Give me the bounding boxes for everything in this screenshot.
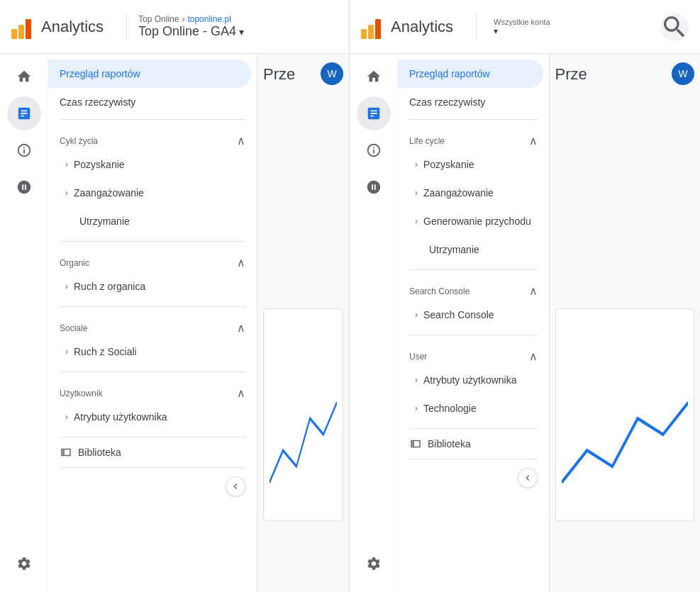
reports-nav-item-right[interactable] (357, 96, 391, 130)
generowanie-label-right: Generowanie przychodu (423, 216, 531, 227)
realtime-label-left: Czas rzeczywisty (60, 96, 135, 108)
explore-nav-item-left[interactable] (7, 133, 41, 167)
nav-ruch-sociali-left[interactable]: › Ruch z Sociali (60, 337, 257, 366)
breadcrumb-link[interactable]: toponline.pl (187, 14, 230, 24)
pozyskanie-label-right: Pozyskanie (423, 159, 474, 170)
section-cykl-header-left[interactable]: Cykl życia ∧ (60, 128, 257, 150)
zaangazowanie-label-right: Zaangażowanie (423, 187, 494, 199)
atrybuty-label-right: Atrybuty użytkownika (423, 374, 517, 386)
left-panel: Przegląd raportów Czas rzeczywisty Cykl … (0, 54, 350, 592)
section-searchconsole-header-right[interactable]: Search Console ∧ (409, 279, 549, 301)
section-searchconsole-chevron-right: ∧ (529, 284, 538, 298)
library-nav-right[interactable]: Biblioteka (398, 432, 549, 456)
section-user-title-right: User (409, 352, 427, 362)
accounts-selector[interactable]: Wszystkie konta ▾ (494, 18, 550, 36)
section-organic-title-left: Organic (60, 258, 89, 268)
nav-pozyskanie-left[interactable]: › Pozyskanie (60, 150, 257, 179)
breadcrumb-top-left: Top Online › toponline.pl (138, 14, 244, 24)
nav-ruch-organica-left[interactable]: › Ruch z organica (60, 272, 257, 301)
collapse-btn-left[interactable] (226, 476, 245, 496)
content-title-right: Prze (555, 65, 587, 83)
section-uzytkownik-header-left[interactable]: Użytkownik ∧ (60, 381, 257, 403)
collapse-btn-right[interactable] (518, 468, 538, 488)
expand-ruch-sociali-left: › (65, 347, 68, 357)
advertising-icon-right (366, 179, 382, 195)
section-lifecycle-title-right: Life cycle (409, 136, 445, 146)
logo-icon-left (11, 15, 35, 39)
analytics-logo-left[interactable]: Analytics (11, 15, 104, 39)
header-divider-left (126, 14, 127, 40)
nav-divider-1-right (409, 119, 538, 120)
advertising-nav-item-right[interactable] (357, 170, 391, 204)
library-label-left: Biblioteka (78, 447, 121, 458)
nav-utrzymanie-left[interactable]: Utrzymanie (60, 207, 257, 235)
settings-nav-item-right[interactable] (357, 547, 391, 581)
library-label-right: Biblioteka (428, 438, 471, 449)
home-icon-right (366, 69, 382, 84)
zaangazowanie-label-left: Zaangażowanie (74, 187, 144, 199)
settings-icon-left (16, 556, 32, 571)
advertising-nav-item-left[interactable] (7, 170, 41, 204)
nav-atrybuty-left[interactable]: › Atrybuty użytkownika (60, 403, 257, 431)
nav-divider-2-right (409, 269, 538, 270)
advertising-icon-left (16, 179, 32, 195)
expand-zaangazowanie-right: › (415, 188, 418, 198)
chart-preview-right (562, 354, 689, 515)
nav-atrybuty-right[interactable]: › Atrybuty użytkownika (409, 366, 549, 394)
section-lifecycle-right: Life cycle ∧ › Pozyskanie › Zaangażowani… (398, 123, 549, 267)
home-nav-item-right[interactable] (357, 60, 391, 94)
section-sociale-header-left[interactable]: Sociale ∧ (60, 315, 257, 337)
nav-searchconsole-right[interactable]: › Search Console (409, 301, 549, 329)
left-content-area: W Prze (257, 54, 349, 592)
search-button[interactable] (660, 13, 689, 41)
section-uzytkownik-title-left: Użytkownik (60, 389, 103, 398)
breadcrumb-org[interactable]: Top Online (138, 14, 179, 24)
analytics-label-right: Analytics (391, 18, 453, 36)
nav-zaangazowanie-left[interactable]: › Zaangażowanie (60, 179, 257, 207)
breadcrumb-sep: › (182, 14, 184, 24)
section-searchconsole-right: Search Console ∧ › Search Console (398, 273, 549, 332)
nav-divider-6-left (60, 467, 245, 468)
section-sociale-title-left: Sociale (60, 323, 87, 333)
nav-generowanie-right[interactable]: › Generowanie przychodu (409, 207, 549, 235)
reports-icon-right (366, 106, 382, 121)
reports-nav-item-left[interactable] (7, 96, 41, 130)
section-cykl-chevron-left: ∧ (237, 134, 245, 147)
searchconsole-label-right: Search Console (423, 309, 494, 320)
section-cykl-left: Cykl życia ∧ › Pozyskanie › Zaangażowani… (48, 123, 257, 238)
realtime-label-right: Czas rzeczywisty (409, 96, 485, 108)
nav-technologie-right[interactable]: › Technologie (409, 394, 549, 423)
breadcrumb-left: Top Online › toponline.pl Top Online - G… (138, 14, 244, 39)
overview-label-left: Przegląd raportów (60, 68, 140, 79)
nav-pozyskanie-right[interactable]: › Pozyskanie (409, 150, 549, 179)
nav-zaangazowanie-right[interactable]: › Zaangażowanie (409, 179, 549, 207)
realtime-nav-item-left[interactable]: Czas rzeczywisty (48, 88, 251, 116)
settings-icon-right (366, 556, 382, 571)
home-nav-item-left[interactable] (7, 60, 41, 94)
analytics-logo-right[interactable]: Analytics (361, 15, 453, 39)
settings-nav-item-left[interactable] (7, 547, 41, 581)
section-organic-chevron-left: ∧ (237, 256, 245, 269)
overview-nav-item-left[interactable]: Przegląd raportów (48, 60, 251, 88)
section-lifecycle-header-right[interactable]: Life cycle ∧ (409, 128, 549, 150)
avatar-left[interactable]: W (321, 62, 343, 85)
search-icon (660, 13, 689, 41)
logo-icon-right (361, 15, 385, 39)
explore-nav-item-right[interactable] (357, 133, 391, 167)
section-user-chevron-right: ∧ (529, 350, 538, 363)
library-nav-left[interactable]: Biblioteka (48, 440, 257, 464)
realtime-nav-item-right[interactable]: Czas rzeczywisty (398, 88, 543, 116)
property-selector-left[interactable]: Top Online - GA4 ▾ (138, 24, 244, 39)
nav-divider-4-left (60, 372, 245, 372)
nav-utrzymanie-right[interactable]: Utrzymanie (409, 235, 549, 264)
top-header: Analytics Top Online › toponline.pl Top … (0, 0, 700, 54)
section-user-header-right[interactable]: User ∧ (409, 344, 549, 366)
expand-generowanie-right: › (415, 216, 418, 226)
pozyskanie-label-left: Pozyskanie (74, 159, 125, 170)
section-organic-header-left[interactable]: Organic ∧ (60, 250, 257, 272)
overview-nav-item-right[interactable]: Przegląd raportów (398, 60, 543, 88)
library-icon-left (60, 446, 72, 459)
utrzymanie-label-right: Utrzymanie (415, 244, 479, 255)
avatar-right[interactable]: W (672, 62, 694, 85)
property-name-left: Top Online - GA4 (138, 24, 236, 39)
